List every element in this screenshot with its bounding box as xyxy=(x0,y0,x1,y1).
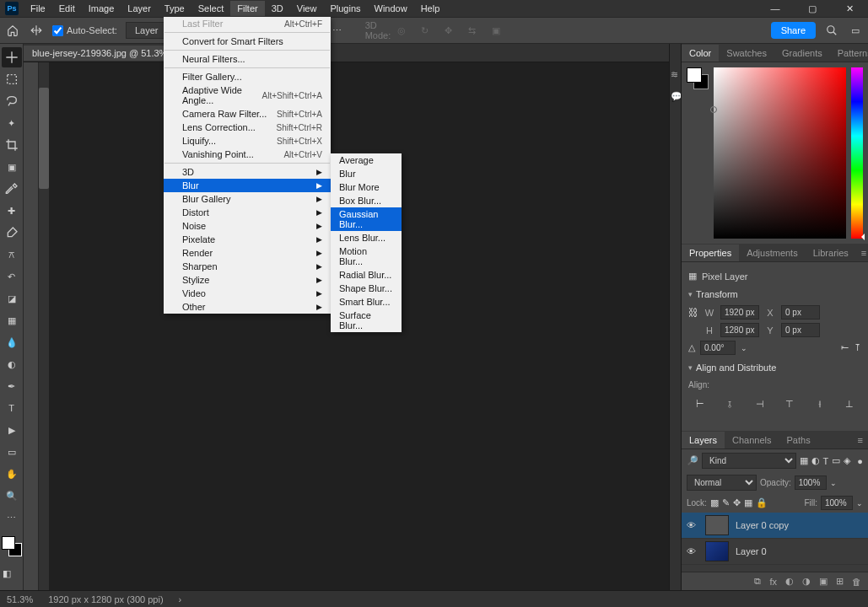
history-brush-tool[interactable]: ↶ xyxy=(2,266,22,287)
auto-select-check[interactable] xyxy=(52,25,63,36)
layer-filter-search-icon[interactable]: 🔎 xyxy=(687,455,698,466)
search-icon[interactable] xyxy=(824,23,839,38)
eyedropper-tool[interactable] xyxy=(2,179,22,199)
magic-wand-tool[interactable]: ✦ xyxy=(2,113,22,133)
adjustment-layer-icon[interactable]: ◑ xyxy=(802,576,811,587)
opacity-dropdown-icon[interactable]: ⌄ xyxy=(830,479,837,487)
menu-convert-smart-filters[interactable]: Convert for Smart Filters xyxy=(164,35,331,48)
menu-type[interactable]: Type xyxy=(158,1,191,16)
menu-3d[interactable]: 3D xyxy=(265,1,290,16)
menu-filter-gallery[interactable]: Filter Gallery... xyxy=(164,70,331,83)
gradient-tool[interactable]: ▦ xyxy=(2,310,22,330)
y-input[interactable] xyxy=(781,323,820,337)
layer-thumbnail[interactable] xyxy=(705,515,729,535)
menu-vanishing-point[interactable]: Vanishing Point...Alt+Ctrl+V xyxy=(164,148,331,161)
align-right-icon[interactable]: ⊣ xyxy=(752,396,768,411)
blend-mode-select[interactable]: Normal xyxy=(687,475,757,491)
pen-tool[interactable]: ✒ xyxy=(2,376,22,396)
tab-properties[interactable]: Properties xyxy=(682,244,739,261)
filter-smart-icon[interactable]: ◈ xyxy=(844,455,850,466)
menu-box-blur[interactable]: Box Blur... xyxy=(331,194,402,207)
zoom-tool[interactable]: 🔍 xyxy=(2,486,22,506)
menu-average[interactable]: Average xyxy=(331,153,402,167)
tab-gradients[interactable]: Gradients xyxy=(774,45,830,62)
layer-mask-icon[interactable]: ◐ xyxy=(785,576,794,587)
menu-render-submenu[interactable]: Render▶ xyxy=(164,246,331,260)
menu-motion-blur[interactable]: Motion Blur... xyxy=(331,244,402,268)
close-button[interactable]: ✕ xyxy=(831,0,868,17)
eraser-tool[interactable]: ◪ xyxy=(2,288,22,309)
rectangle-tool[interactable]: ▭ xyxy=(2,442,22,462)
align-top-icon[interactable]: ⊤ xyxy=(782,396,797,411)
align-bottom-icon[interactable]: ⊥ xyxy=(842,396,857,411)
share-button[interactable]: Share xyxy=(771,22,816,39)
layer-style-icon[interactable]: fx xyxy=(769,577,777,587)
lock-image-icon[interactable]: ✎ xyxy=(722,497,730,508)
brush-tool[interactable] xyxy=(2,223,22,243)
history-panel-icon[interactable]: ≋ xyxy=(671,69,681,79)
layer-name[interactable]: Layer 0 xyxy=(736,546,767,556)
menu-filter[interactable]: Filter xyxy=(230,1,264,16)
document-info[interactable]: 1920 px x 1280 px (300 ppi) xyxy=(48,594,163,604)
properties-panel-menu-icon[interactable]: ≡ xyxy=(856,248,868,258)
menu-neural-filters[interactable]: Neural Filters... xyxy=(164,52,331,66)
flip-horizontal-icon[interactable]: ⥒ xyxy=(841,342,849,353)
menu-shape-blur[interactable]: Shape Blur... xyxy=(331,282,402,295)
new-layer-icon[interactable]: ⊞ xyxy=(836,576,844,587)
blur-tool[interactable]: 💧 xyxy=(2,332,22,352)
menu-noise-submenu[interactable]: Noise▶ xyxy=(164,219,331,233)
path-selection-tool[interactable]: ▶ xyxy=(2,420,22,440)
minimize-button[interactable]: — xyxy=(757,0,794,17)
height-input[interactable] xyxy=(720,323,759,337)
status-chevron-icon[interactable]: › xyxy=(179,594,182,604)
fill-input[interactable] xyxy=(821,496,853,510)
marquee-tool[interactable] xyxy=(2,69,22,89)
lock-transparent-icon[interactable]: ▩ xyxy=(710,497,719,508)
menu-radial-blur[interactable]: Radial Blur... xyxy=(331,268,402,282)
menu-layer[interactable]: Layer xyxy=(121,1,158,16)
width-input[interactable] xyxy=(720,305,759,320)
filter-pixel-icon[interactable]: ▦ xyxy=(800,455,808,466)
align-section-header[interactable]: ▾Align and Distribute xyxy=(685,360,865,375)
menu-3d-submenu[interactable]: 3D▶ xyxy=(164,165,331,179)
menu-plugins[interactable]: Plugins xyxy=(323,1,367,16)
menu-select[interactable]: Select xyxy=(191,1,231,16)
tab-paths[interactable]: Paths xyxy=(779,432,818,449)
zoom-level[interactable]: 51.3% xyxy=(7,594,33,604)
menu-blur-submenu[interactable]: Blur▶ xyxy=(164,179,331,192)
move-tool[interactable] xyxy=(2,47,22,67)
menu-help[interactable]: Help xyxy=(414,1,447,16)
layer-row[interactable]: 👁 Layer 0 xyxy=(682,539,868,565)
opacity-input[interactable] xyxy=(795,475,827,490)
visibility-icon[interactable]: 👁 xyxy=(687,520,698,530)
filter-adjust-icon[interactable]: ◐ xyxy=(811,455,820,466)
layers-panel-menu-icon[interactable]: ≡ xyxy=(853,435,868,445)
align-vcenter-icon[interactable]: ⫲ xyxy=(812,396,828,411)
visibility-icon[interactable]: 👁 xyxy=(687,546,698,556)
layer-row[interactable]: 👁 Layer 0 copy xyxy=(682,513,868,539)
tab-libraries[interactable]: Libraries xyxy=(806,244,856,261)
filter-type-icon[interactable]: T xyxy=(823,456,829,466)
healing-brush-tool[interactable]: ✚ xyxy=(2,201,22,221)
menu-camera-raw[interactable]: Camera Raw Filter...Shift+Ctrl+A xyxy=(164,107,331,121)
frame-tool[interactable]: ▣ xyxy=(2,157,22,177)
hand-tool[interactable]: ✋ xyxy=(2,464,22,484)
menu-lens-blur[interactable]: Lens Blur... xyxy=(331,231,402,244)
menu-lens-correction[interactable]: Lens Correction...Shift+Ctrl+R xyxy=(164,121,331,134)
clone-stamp-tool[interactable]: ⚻ xyxy=(2,244,22,265)
transform-section-header[interactable]: ▾Transform xyxy=(685,287,865,302)
menu-liquify[interactable]: Liquify...Shift+Ctrl+X xyxy=(164,134,331,148)
filter-toggle-icon[interactable]: ● xyxy=(857,456,863,466)
link-layers-icon[interactable]: ⧉ xyxy=(754,576,761,587)
menu-blur-gallery-submenu[interactable]: Blur Gallery▶ xyxy=(164,192,331,206)
quick-mask-toggle[interactable]: ◧ xyxy=(3,568,21,578)
group-icon[interactable]: ▣ xyxy=(819,576,828,587)
tab-patterns[interactable]: Patterns xyxy=(830,45,868,62)
fill-dropdown-icon[interactable]: ⌄ xyxy=(856,499,863,508)
align-hcenter-icon[interactable]: ⫱ xyxy=(722,396,737,411)
home-icon[interactable] xyxy=(5,23,20,38)
auto-select-checkbox[interactable]: Auto-Select: xyxy=(52,25,117,36)
menu-surface-blur[interactable]: Surface Blur... xyxy=(331,309,402,332)
lock-all-icon[interactable]: 🔒 xyxy=(756,497,768,508)
menu-blur-more[interactable]: Blur More xyxy=(331,180,402,194)
